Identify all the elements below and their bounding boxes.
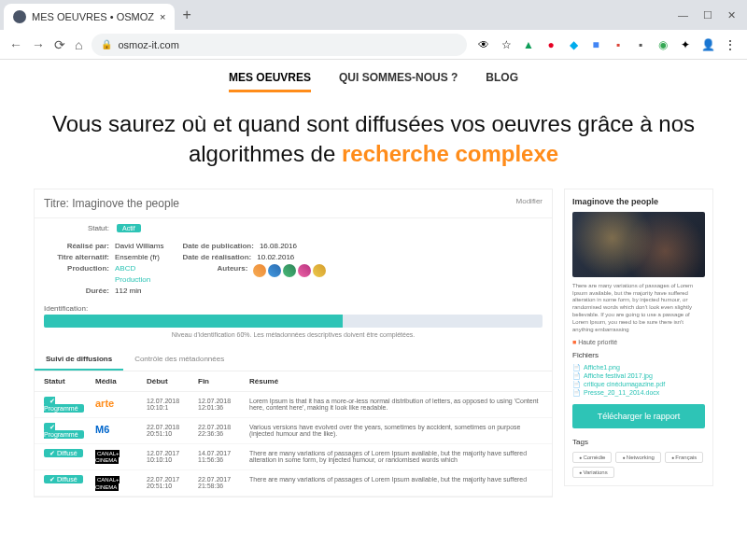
table-row: ✔ DiffuséCANAL+CINEMA12.07.201710:10:101… [35, 444, 552, 470]
status-label: Statut: [44, 224, 109, 232]
download-button[interactable]: Télécharger le rapport [572, 404, 705, 428]
home-icon[interactable]: ⌂ [75, 37, 82, 52]
tab-suivi[interactable]: Suivi de diffusions [35, 349, 123, 371]
row-status-badge: ✔ Diffusé [44, 449, 83, 457]
progress-bar [44, 315, 543, 328]
meta-row: Réalisé par:David WilliamsTitre alternat… [35, 238, 552, 299]
favicon [13, 10, 26, 23]
th-fin: Fin [198, 377, 249, 385]
browser-toolbar: ← → ⟳ ⌂ 🔒 osmoz-it.com 👁 ☆ ▲ ● ◆ ■ ▪ ▪ ◉… [0, 30, 747, 60]
status-badge: Actif [117, 224, 141, 232]
file-item[interactable]: critique cinédumagazine.pdf [572, 380, 705, 388]
table-row: ✔ ProgramméM622.07.201820:51:1022.07.201… [35, 418, 552, 444]
modify-link[interactable]: Modifier [516, 197, 543, 210]
th-resume: Résumé [249, 377, 543, 385]
minimize-icon[interactable]: — [678, 9, 688, 21]
ident-label: Identification: [44, 304, 543, 313]
status-row: Statut: Actif [35, 218, 552, 238]
title-row: Titre: Imaginove the people Modifier [35, 189, 552, 218]
dashboard: Titre: Imaginove the people Modifier Sta… [0, 189, 747, 516]
close-window-icon[interactable]: ✕ [727, 9, 736, 21]
tag-item[interactable]: Networking [615, 452, 660, 463]
work-panel: Titre: Imaginove the people Modifier Sta… [34, 189, 553, 497]
drive-icon[interactable]: ▲ [521, 37, 536, 52]
side-title: Imaginove the people [572, 197, 705, 206]
progress-fill [44, 315, 343, 328]
back-icon[interactable]: ← [9, 37, 22, 52]
profile-icon[interactable]: 👤 [700, 37, 715, 52]
identification-row: Identification: Niveau d'identification … [35, 299, 552, 343]
maximize-icon[interactable]: ☐ [703, 9, 712, 21]
table-row: ✔ Programméarte12.07.201810:10:112.07.20… [35, 392, 552, 418]
nav-blog[interactable]: BLOG [486, 71, 518, 92]
row-status-badge: ✔ Programmé [44, 423, 84, 439]
ext-icon-3[interactable]: ▪ [611, 37, 626, 52]
work-title: Titre: Imaginove the people [44, 197, 179, 210]
puzzle-icon[interactable]: ✦ [678, 37, 693, 52]
page-content: MES OEUVRES QUI SOMMES-NOUS ? BLOG Vous … [0, 60, 747, 560]
ext-icon-5[interactable]: ◉ [655, 37, 670, 52]
author-avatars [253, 264, 326, 277]
pinterest-icon[interactable]: ● [543, 37, 558, 52]
tag-item[interactable]: Variations [572, 467, 614, 478]
url-bar[interactable]: 🔒 osmoz-it.com [92, 34, 467, 56]
file-item[interactable]: Affiche festival 2017.jpg [572, 371, 705, 380]
media-logo-canal: CANAL+CINEMA [95, 476, 120, 491]
ext-icon-1[interactable]: ◆ [566, 37, 581, 52]
file-list: Affiche1.pngAffiche festival 2017.jpgcri… [572, 363, 705, 397]
file-item[interactable]: Presse_20_11_2014.docx [572, 388, 705, 397]
new-tab-button[interactable]: + [182, 7, 190, 23]
media-logo-arte: arte [95, 398, 114, 409]
inner-tabs: Suivi de diffusions Contrôle des métadon… [35, 349, 552, 371]
file-item[interactable]: Affiche1.png [572, 363, 705, 371]
browser-tab[interactable]: MES OEUVRES • OSMOZ × [4, 4, 175, 30]
ext-icon-2[interactable]: ■ [588, 37, 603, 52]
tags-container: ComédieNetworkingFrançaisVariations [572, 452, 705, 478]
star-icon[interactable]: ☆ [499, 37, 514, 52]
menu-icon[interactable]: ⋮ [723, 37, 738, 52]
th-statut: Statut [44, 377, 95, 385]
media-logo-m6: M6 [95, 424, 109, 435]
extension-icons: 👁 ☆ ▲ ● ◆ ■ ▪ ▪ ◉ ✦ 👤 ⋮ [476, 37, 738, 52]
row-status-badge: ✔ Programmé [44, 397, 84, 413]
media-logo-canal: CANAL+CINEMA [95, 450, 120, 465]
side-image [572, 212, 705, 277]
hero-text: Vous saurez où et quand sont diffusées v… [0, 100, 747, 189]
ident-hint: Niveau d'identification 60%. Les métadon… [44, 331, 543, 338]
tag-item[interactable]: Comédie [572, 452, 612, 463]
tab-controle[interactable]: Contrôle des métadonnées [123, 349, 235, 371]
side-desc: There are many variations of passages of… [572, 283, 705, 334]
side-column: Imaginove the people There are many vari… [564, 189, 713, 497]
side-panel: Imaginove the people There are many vari… [564, 189, 713, 487]
window-controls: — ☐ ✕ [678, 9, 743, 21]
ext-icon-4[interactable]: ▪ [633, 37, 648, 52]
reload-icon[interactable]: ⟳ [54, 37, 65, 52]
priority-label: Haute priorité [572, 339, 705, 345]
nav-qui-sommes[interactable]: QUI SOMMES-NOUS ? [339, 71, 458, 92]
lock-icon: 🔒 [101, 39, 112, 49]
main-nav: MES OEUVRES QUI SOMMES-NOUS ? BLOG [0, 60, 747, 100]
table-header: Statut Média Début Fin Résumé [35, 371, 552, 392]
url-text: osmoz-it.com [118, 39, 178, 50]
close-tab-icon[interactable]: × [160, 11, 165, 22]
tags-label: Tags [572, 438, 705, 446]
hero-highlight: recherche complexe [342, 141, 558, 166]
tag-item[interactable]: Français [665, 452, 703, 463]
row-status-badge: ✔ Diffusé [44, 475, 83, 483]
browser-titlebar: MES OEUVRES • OSMOZ × + — ☐ ✕ [0, 0, 747, 30]
nav-mes-oeuvres[interactable]: MES OEUVRES [229, 71, 311, 92]
eye-icon[interactable]: 👁 [476, 37, 491, 52]
th-media: Média [95, 377, 147, 385]
forward-icon[interactable]: → [32, 37, 45, 52]
files-label: Fichiers [572, 351, 705, 359]
table-row: ✔ DiffuséCANAL+CINEMA22.07.201720:51:102… [35, 470, 552, 497]
th-debut: Début [147, 377, 198, 385]
tab-title: MES OEUVRES • OSMOZ [32, 11, 154, 22]
